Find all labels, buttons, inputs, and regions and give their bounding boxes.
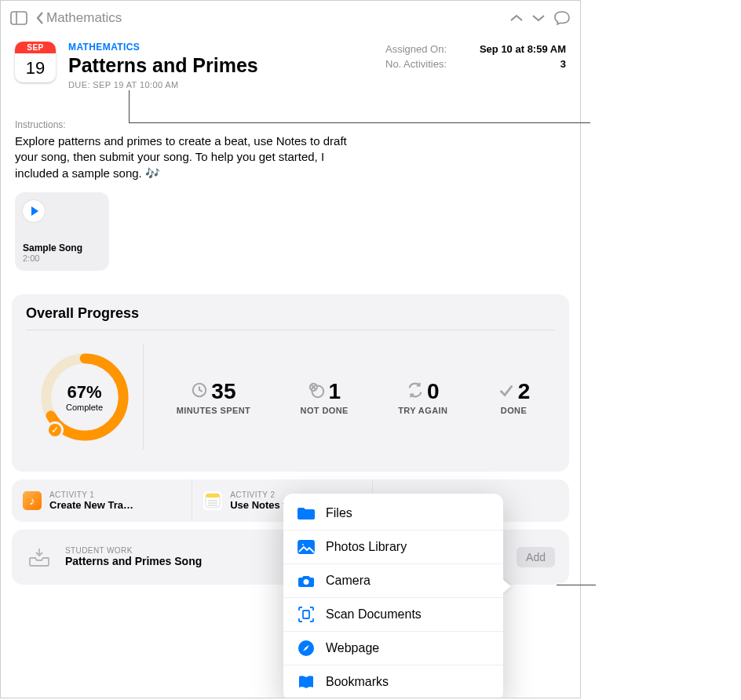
checkmark-badge-icon: ✓ — [46, 421, 64, 439]
overall-progress-panel: Overall Progress 67% Complete ✓ — [12, 294, 569, 472]
book-icon — [297, 673, 315, 691]
progress-percent-label: Complete — [66, 403, 103, 412]
comment-icon[interactable] — [553, 10, 571, 26]
clock-icon — [191, 381, 208, 402]
attachment-title: Sample Song — [23, 242, 101, 253]
attachment-duration: 2:00 — [23, 253, 101, 263]
meta-block: Assigned On: Sep 10 at 8:59 AM No. Activ… — [385, 42, 566, 89]
stat-minutes: 35 MINUTES SPENT — [177, 379, 250, 415]
instructions-text: Explore patterns and primes to create a … — [1, 133, 378, 181]
svg-point-16 — [301, 543, 305, 546]
notes-icon — [203, 491, 222, 510]
title-block: MATHEMATICS Patterns and Primes DUE: SEP… — [68, 42, 373, 89]
back-button[interactable]: Mathematics — [35, 10, 122, 26]
svg-rect-0 — [11, 12, 27, 24]
popover-item-files[interactable]: Files — [283, 497, 503, 530]
popover-webpage-label: Webpage — [326, 641, 379, 655]
app-window: Mathematics SEP 19 MATHEMATICS Patterns … — [0, 0, 581, 698]
assigned-label: Assigned On: — [385, 43, 447, 55]
attachment-card[interactable]: Sample Song 2:00 — [15, 192, 109, 271]
assignment-header: SEP 19 MATHEMATICS Patterns and Primes D… — [1, 35, 580, 89]
progress-percent: 67% — [66, 382, 103, 403]
popover-item-camera[interactable]: Camera — [283, 563, 503, 597]
popover-item-webpage[interactable]: Webpage — [283, 631, 503, 665]
instructions-label: Instructions: — [1, 89, 580, 133]
due-date: DUE: SEP 19 AT 10:00 AM — [68, 80, 373, 89]
play-icon — [23, 200, 45, 222]
calendar-day: 19 — [15, 53, 56, 82]
toolbar: Mathematics — [1, 1, 580, 35]
folder-icon — [297, 505, 315, 522]
progress-title: Overall Progress — [26, 305, 555, 330]
svg-rect-18 — [303, 611, 309, 618]
calendar-month: SEP — [15, 42, 56, 53]
chevron-up-icon[interactable] — [509, 13, 524, 23]
subject-tag: MATHEMATICS — [68, 42, 373, 53]
safari-icon — [297, 640, 315, 657]
back-label: Mathematics — [46, 10, 122, 26]
popover-bookmarks-label: Bookmarks — [326, 675, 389, 689]
svg-rect-15 — [298, 541, 314, 553]
svg-point-17 — [304, 579, 309, 585]
activity-1-label: ACTIVITY 1 — [49, 490, 133, 499]
activities-count-label: No. Activities: — [385, 58, 447, 70]
activity-1-title: Create New Tra… — [49, 499, 133, 511]
activities-count-value: 3 — [560, 58, 566, 70]
activity-1[interactable]: ♪ ACTIVITY 1 Create New Tra… — [12, 479, 192, 522]
svg-rect-10 — [206, 494, 220, 498]
done-check-icon — [498, 381, 515, 402]
stat-not-done: 1 NOT DONE — [301, 379, 349, 415]
add-source-popover: Files Photos Library Camera Scan Documen… — [283, 494, 503, 698]
popover-item-scan[interactable]: Scan Documents — [283, 597, 503, 631]
add-button[interactable]: Add — [517, 547, 555, 567]
popover-files-label: Files — [326, 506, 352, 520]
garageband-icon: ♪ — [23, 491, 42, 510]
popover-item-photos[interactable]: Photos Library — [283, 530, 503, 563]
popover-item-bookmarks[interactable]: Bookmarks — [283, 665, 503, 698]
photo-icon — [297, 538, 315, 556]
stat-try-again: 0 TRY AGAIN — [398, 379, 447, 415]
popover-scan-label: Scan Documents — [326, 607, 422, 622]
chevron-down-icon[interactable] — [531, 13, 546, 23]
assigned-value: Sep 10 at 8:59 AM — [480, 43, 566, 55]
page-title: Patterns and Primes — [68, 54, 373, 77]
progress-stats: 35 MINUTES SPENT 1 NOT DONE — [144, 379, 555, 415]
scan-icon — [297, 606, 315, 623]
not-done-icon — [308, 381, 325, 402]
calendar-icon: SEP 19 — [15, 42, 56, 82]
stat-done: 2 DONE — [498, 379, 531, 415]
inbox-download-icon — [26, 544, 53, 571]
progress-ring: 67% Complete ✓ — [26, 345, 144, 450]
popover-camera-label: Camera — [326, 574, 370, 588]
popover-photos-label: Photos Library — [326, 540, 407, 554]
try-again-icon — [407, 381, 424, 402]
sidebar-toggle-icon[interactable] — [10, 11, 27, 25]
camera-icon — [297, 572, 315, 589]
chevron-left-icon — [35, 11, 45, 25]
